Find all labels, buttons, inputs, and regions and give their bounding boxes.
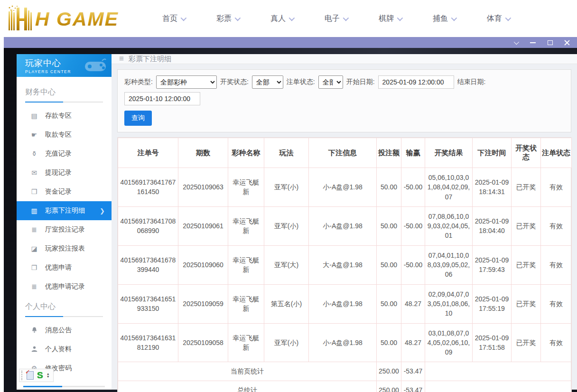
cell-5: 小-A盘@1.98 xyxy=(309,206,377,245)
bet-status-select[interactable]: 全部 xyxy=(318,75,343,89)
nav-item-7[interactable]: 体育 xyxy=(487,14,510,24)
chevron-down-icon xyxy=(451,15,457,21)
summary-empty xyxy=(425,362,572,381)
sidebar-item-deposit-card[interactable]: ▤存款专区 xyxy=(17,106,112,125)
nav-item-5[interactable]: 棋牌 xyxy=(379,14,401,24)
sidebar-item-promo-record[interactable]: ≣优惠申请记录 xyxy=(17,277,112,296)
window-close-icon[interactable] xyxy=(564,39,570,46)
brand-logo[interactable]: H GAME xyxy=(6,4,134,33)
toolbar-drag-handle-icon[interactable] xyxy=(21,371,23,380)
sidebar-item-moneybag[interactable]: ⚱充值记录 xyxy=(17,144,112,163)
promo-apply-icon: ❐ xyxy=(30,264,38,271)
breadcrumb: ≡ 彩票下注明细 xyxy=(112,54,577,64)
sidebar-item-person[interactable]: 个人资料 xyxy=(17,340,112,359)
filter-panel: 彩种类型: 全部彩种 开奖状态: 全部 注单状态: 全部 开始日期: 结束日期: xyxy=(117,69,571,132)
cell-8: 02,09,04,07,03,05,01,08,06,10 xyxy=(425,284,473,323)
cell-7: -50.00 xyxy=(401,245,425,284)
sidebar-item-label: 玩家投注报表 xyxy=(45,244,85,253)
nav-item-label: 棋牌 xyxy=(379,14,394,24)
summary-label: 当前页统计 xyxy=(118,362,377,381)
sidebar-item-purse[interactable]: ❒资金记录 xyxy=(17,182,112,201)
sidebar-header: 玩家中心 PLAYERS CENTER xyxy=(17,54,112,77)
sidebar-item-withdraw-hand[interactable]: ☛取款专区 xyxy=(17,125,112,144)
cell-4: 亚军(小) xyxy=(264,168,309,207)
person-icon xyxy=(30,345,38,353)
cell-2: 20250109059 xyxy=(178,284,228,323)
summary-bet-total: 250.00 xyxy=(377,381,401,392)
site-header: H GAME 首页彩票真人电子棋牌捕鱼体育 xyxy=(0,0,577,37)
bet-detail-icon: ▥ xyxy=(30,207,38,215)
lottery-type-select[interactable]: 全部彩种 xyxy=(156,75,217,89)
toolbar-collapse-arrows-icon[interactable]: ▲▼ xyxy=(47,373,50,378)
nav-item-4[interactable]: 电子 xyxy=(325,14,347,24)
sidebar-item-promo-apply[interactable]: ❐优惠申请 xyxy=(17,258,112,277)
draw-status-select[interactable]: 全部 xyxy=(252,75,283,89)
cell-10: 已开奖 xyxy=(512,245,541,284)
cell-7: -50.00 xyxy=(401,168,425,207)
sidebar-item-hall-record[interactable]: ≣厅室投注记录 xyxy=(17,220,112,239)
moneybag-icon: ⚱ xyxy=(30,150,38,158)
nav-item-3[interactable]: 真人 xyxy=(270,14,293,24)
hgame-logo-icon: H GAME xyxy=(6,4,130,31)
cell-11: 有效 xyxy=(541,323,572,362)
cell-7: -50.00 xyxy=(401,206,425,245)
cell-9: 2025-01-09 18:04:40 xyxy=(473,206,512,245)
column-header-2: 期数 xyxy=(178,138,228,168)
cell-11: 有效 xyxy=(541,245,572,284)
column-header-4: 玩法 xyxy=(264,138,309,168)
cell-4: 第五名(小) xyxy=(264,284,309,323)
nav-item-label: 体育 xyxy=(487,14,502,24)
sidebar-item-label: 优惠申请 xyxy=(45,263,72,272)
cell-3: 幸运飞艇新 xyxy=(228,284,264,323)
table-row: 40156917364165193315020250109059幸运飞艇新第五名… xyxy=(118,284,572,323)
sidebar-item-wallet[interactable]: ✉提现记录 xyxy=(17,163,112,182)
chevron-down-icon xyxy=(181,15,187,21)
summary-bet-total: 250.00 xyxy=(377,362,401,381)
cell-6: 50.00 xyxy=(377,323,401,362)
chevron-right-icon: ❯ xyxy=(100,207,105,215)
nav-item-label: 电子 xyxy=(325,14,340,24)
cell-3: 幸运飞艇新 xyxy=(228,245,264,284)
table-header-row: 注单号期数彩种名称玩法下注信息投注额输赢开奖结果下注时间开奖状态注单状态 xyxy=(118,138,572,168)
sidebar-item-bell[interactable]: 消息公告 xyxy=(17,321,112,340)
sidebar-item-report-chart[interactable]: ◪玩家投注报表 xyxy=(17,239,112,258)
notes-check-icon[interactable] xyxy=(27,371,34,380)
nav-item-1[interactable]: 首页 xyxy=(162,14,185,24)
search-button[interactable]: 查询 xyxy=(124,111,152,126)
summary-row-2: 总统计250.00-53.47 xyxy=(118,381,572,392)
end-date-label: 结束日期: xyxy=(457,78,486,86)
cell-2: 20250109063 xyxy=(178,168,228,207)
window-maximize-icon[interactable] xyxy=(547,39,553,46)
cell-3: 幸运飞艇新 xyxy=(228,323,264,362)
end-date-input[interactable] xyxy=(124,92,200,105)
cell-4: 亚军(小) xyxy=(264,206,309,245)
nav-item-2[interactable]: 彩票 xyxy=(216,14,239,24)
screenshot-s-icon[interactable]: S xyxy=(37,371,43,380)
hamburger-icon[interactable]: ≡ xyxy=(119,54,124,64)
chevron-down-icon xyxy=(397,15,403,21)
cell-3: 幸运飞艇新 xyxy=(228,168,264,207)
cell-2: 20250109058 xyxy=(178,323,228,362)
start-date-input[interactable] xyxy=(378,75,454,89)
cell-1: 401569173641678399440 xyxy=(118,245,178,284)
table-row: 40156917364170806899020250109061幸运飞艇新亚军(… xyxy=(118,206,572,245)
column-header-7: 输赢 xyxy=(401,138,425,168)
cell-9: 2025-01-09 17:59:43 xyxy=(473,245,512,284)
wallet-icon: ✉ xyxy=(30,169,38,177)
cell-10: 已开奖 xyxy=(512,206,541,245)
cell-8: 07,04,01,10,08,03,09,05,02,06 xyxy=(425,245,473,284)
column-header-9: 下注时间 xyxy=(473,138,512,168)
nav-item-6[interactable]: 捕鱼 xyxy=(433,14,456,24)
sidebar-item-bet-detail[interactable]: ▥彩票下注明细❯ xyxy=(17,201,112,220)
floating-toolbar[interactable]: S ▲▼ xyxy=(19,369,54,382)
gamepad-icon xyxy=(83,57,108,74)
sidebar: 玩家中心 PLAYERS CENTER 财务中心▤存款专区☛取款专区⚱充值记录✉… xyxy=(17,54,112,390)
cell-1: 401569173641631812190 xyxy=(118,323,178,362)
table-row: 40156917364176716145020250109063幸运飞艇新亚军(… xyxy=(118,168,572,207)
summary-winloss-total: -53.47 xyxy=(401,362,425,381)
section-title-2: 个人中心 xyxy=(17,296,112,321)
sidebar-menu: 财务中心▤存款专区☛取款专区⚱充值记录✉提现记录❒资金记录▥彩票下注明细❯≣厅室… xyxy=(17,77,112,390)
window-minimize-icon[interactable] xyxy=(530,39,536,46)
cell-7: 48.27 xyxy=(401,284,425,323)
window-dropdown-icon[interactable] xyxy=(512,39,519,46)
